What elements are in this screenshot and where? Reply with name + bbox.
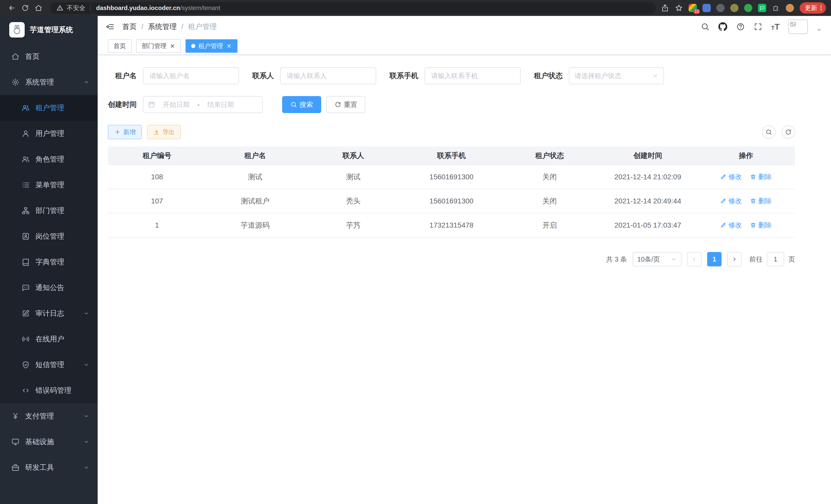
contact-input[interactable] — [280, 67, 376, 84]
phone-label: 联系手机 — [390, 71, 418, 81]
app-logo[interactable]: 芋道管理系统 — [0, 16, 98, 44]
page-size-select[interactable]: 10条/页 — [633, 252, 682, 266]
sidebar-item-home[interactable]: 首页 — [0, 44, 98, 69]
sidebar-item-label: 部门管理 — [35, 206, 64, 215]
sidebar-item-notice[interactable]: 通知公告 — [0, 275, 98, 301]
book-icon — [22, 258, 30, 266]
extension-icon-3[interactable] — [716, 4, 725, 12]
browser-home-button[interactable] — [32, 1, 45, 14]
sidebar-item-post-management[interactable]: 岗位管理 — [0, 224, 98, 249]
delete-link[interactable]: 删除 — [750, 172, 772, 181]
extension-icon-6[interactable] — [758, 4, 766, 12]
sidebar-item-menu-management[interactable]: 菜单管理 — [0, 172, 98, 198]
browser-reload-button[interactable] — [19, 1, 32, 14]
help-icon[interactable] — [736, 22, 745, 31]
reset-button[interactable]: 重置 — [326, 96, 365, 113]
extension-icon-1[interactable]: 10 — [689, 4, 697, 12]
tab-department-management[interactable]: 部门管理 — [136, 39, 181, 53]
sidebar-item-online-users[interactable]: 在线用户 — [0, 326, 98, 352]
sidebar-item-dict-management[interactable]: 字典管理 — [0, 249, 98, 275]
extension-icon-2[interactable] — [703, 4, 711, 12]
cell-status: 关闭 — [500, 165, 599, 189]
browser-update-button[interactable]: 更新 — [800, 2, 826, 13]
extensions-puzzle-icon[interactable] — [772, 4, 780, 12]
delete-link[interactable]: 删除 — [750, 197, 772, 206]
cell-contact: 芋艿 — [304, 213, 402, 237]
add-button[interactable]: 新增 — [108, 125, 142, 139]
status-label: 租户状态 — [534, 71, 563, 81]
edit-link[interactable]: 修改 — [720, 221, 742, 230]
edit-link[interactable]: 修改 — [720, 172, 742, 181]
end-date-input[interactable] — [200, 101, 242, 109]
shield-icon — [22, 361, 30, 369]
export-button[interactable]: 导出 — [147, 125, 181, 139]
search-button[interactable]: 搜索 — [282, 96, 321, 113]
signal-icon — [22, 335, 30, 343]
sidebar-item-error-code-management[interactable]: 错误码管理 — [0, 378, 98, 403]
list-icon — [22, 181, 30, 189]
create-time-field-group: 创建时间 - — [108, 96, 263, 113]
address-bar[interactable]: 不安全 dashboard.yudao.iocoder.cn/system/te… — [50, 2, 656, 14]
toggle-search-button[interactable] — [762, 125, 775, 139]
next-page-button[interactable] — [727, 252, 742, 266]
search-icon[interactable] — [701, 22, 710, 31]
sidebar-item-label: 支付管理 — [25, 411, 54, 421]
sidebar-item-label: 系统管理 — [25, 77, 54, 87]
sidebar-item-department-management[interactable]: 部门管理 — [0, 198, 98, 224]
start-date-input[interactable] — [155, 101, 197, 109]
tab-home[interactable]: 首页 — [108, 39, 132, 53]
browser-back-button[interactable] — [5, 1, 19, 14]
prev-page-button[interactable] — [687, 252, 701, 266]
sidebar-item-tenant-management[interactable]: 租户管理 — [0, 95, 98, 121]
sidebar-item-audit-log[interactable]: 审计日志 — [0, 301, 98, 326]
tab-tenant-management[interactable]: 租户管理 — [185, 39, 237, 53]
browser-toolbar: 不安全 dashboard.yudao.iocoder.cn/system/te… — [0, 0, 831, 16]
edit-link[interactable]: 修改 — [720, 197, 742, 206]
close-icon[interactable] — [226, 43, 232, 49]
avatar[interactable] — [789, 20, 808, 34]
date-range-picker[interactable]: - — [143, 96, 263, 113]
column-header-contact: 联系人 — [304, 146, 402, 165]
sidebar-item-system-management[interactable]: 系统管理 — [0, 69, 98, 95]
tenant-name-input[interactable] — [143, 67, 239, 84]
page-number-1[interactable]: 1 — [707, 252, 721, 266]
refresh-table-button[interactable] — [782, 125, 795, 139]
chevron-down-icon — [83, 362, 89, 368]
column-header-actions: 操作 — [697, 146, 795, 165]
font-size-icon[interactable]: TT — [771, 23, 780, 31]
sidebar-item-user-management[interactable]: 用户管理 — [0, 121, 98, 146]
browser-profile-avatar[interactable] — [786, 4, 794, 12]
share-icon[interactable] — [661, 4, 669, 12]
fullscreen-icon[interactable] — [754, 22, 763, 31]
sidebar-item-role-management[interactable]: 角色管理 — [0, 146, 98, 172]
delete-link[interactable]: 删除 — [750, 221, 772, 230]
cell-status: 关闭 — [500, 189, 599, 213]
user-menu-caret-icon[interactable] — [816, 27, 822, 32]
breadcrumb-home[interactable]: 首页 — [122, 22, 137, 32]
extension-icon-4[interactable] — [730, 4, 739, 12]
message-icon — [22, 284, 30, 292]
browser-toolbar-right: 10 更新 — [661, 2, 826, 13]
github-icon[interactable] — [718, 22, 727, 31]
close-icon[interactable] — [170, 43, 175, 49]
sidebar-collapse-icon[interactable] — [105, 22, 115, 31]
sidebar-item-dev-tools[interactable]: 研发工具 — [0, 455, 98, 480]
phone-input[interactable] — [425, 67, 521, 84]
goto-page-input[interactable] — [767, 252, 784, 266]
org-tree-icon — [22, 207, 30, 215]
active-tab-dot — [191, 44, 195, 48]
cell-phone: 15601691300 — [402, 165, 500, 189]
column-header-phone: 联系手机 — [402, 146, 500, 165]
edit-link-label: 修改 — [728, 172, 742, 181]
status-select[interactable]: 请选择租户状态 — [569, 67, 664, 84]
browser-menu-kebab-icon[interactable] — [818, 5, 824, 11]
delete-link-label: 删除 — [758, 172, 772, 181]
pencil-icon — [720, 198, 726, 204]
sidebar-item-sms-management[interactable]: 短信管理 — [0, 352, 98, 378]
extension-icon-5[interactable] — [744, 4, 752, 12]
sidebar-item-payment-management[interactable]: 支付管理 — [0, 403, 98, 429]
sidebar-item-infrastructure[interactable]: 基础设施 — [0, 429, 98, 455]
status-field-group: 租户状态 请选择租户状态 — [534, 67, 664, 84]
bookmark-star-icon[interactable] — [675, 4, 683, 12]
page-size-value: 10条/页 — [637, 255, 660, 264]
